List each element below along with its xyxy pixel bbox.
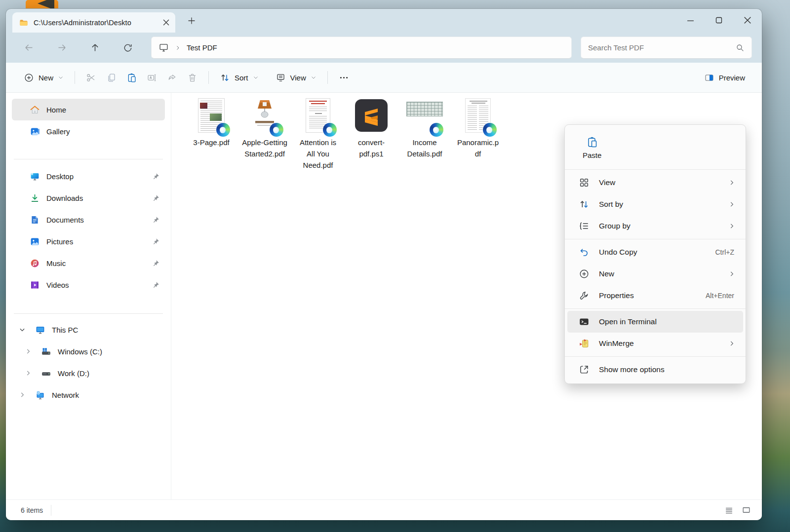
menu-item-label: Open in Terminal xyxy=(599,317,737,326)
rename-icon xyxy=(147,73,157,83)
sidebar-item-label: Gallery xyxy=(46,127,70,136)
sublime-text-icon xyxy=(355,99,388,132)
maximize-button[interactable] xyxy=(705,9,733,32)
more-options-button[interactable] xyxy=(334,68,354,87)
videos-icon xyxy=(30,280,40,290)
sidebar-item-downloads[interactable]: Downloads xyxy=(12,187,165,209)
file-name: Apple-Getting Started2.pdf xyxy=(242,137,287,159)
pictures-icon xyxy=(30,236,40,247)
view-button[interactable]: View xyxy=(271,68,321,87)
sidebar-item-gallery[interactable]: Gallery xyxy=(12,120,165,142)
file-item[interactable]: Attention is All You Need.pdf xyxy=(291,98,345,171)
minimize-button[interactable] xyxy=(676,9,705,32)
refresh-button[interactable] xyxy=(118,38,138,58)
forward-button[interactable] xyxy=(52,38,72,58)
sidebar-item-work-d[interactable]: Work (D:) xyxy=(12,362,165,384)
home-icon xyxy=(30,105,40,115)
paste-menu-button[interactable]: Paste xyxy=(578,133,606,162)
sidebar-item-pictures[interactable]: Pictures xyxy=(12,230,165,252)
view-grid-icon xyxy=(579,177,590,188)
breadcrumb-location: Test PDF xyxy=(187,43,217,52)
sidebar-item-music[interactable]: Music xyxy=(12,252,165,274)
file-item[interactable]: convert-pdf.ps1 xyxy=(345,98,398,171)
menu-item-open-in-terminal[interactable]: Open in Terminal xyxy=(567,311,743,333)
gallery-icon xyxy=(30,126,40,137)
pdf-thumbnail xyxy=(459,98,497,135)
menu-item-properties[interactable]: Properties Alt+Enter xyxy=(567,285,743,306)
file-name: Attention is All You Need.pdf xyxy=(295,137,341,171)
file-item[interactable]: Apple-Getting Started2.pdf xyxy=(238,98,291,171)
chevron-right-icon[interactable] xyxy=(25,348,32,355)
edge-pdf-badge-icon xyxy=(216,123,230,137)
sidebar-item-windows-c[interactable]: Windows (C:) xyxy=(12,341,165,362)
back-button[interactable] xyxy=(19,38,39,58)
sidebar-item-videos[interactable]: Videos xyxy=(12,274,165,296)
windows-drive-icon xyxy=(41,346,51,357)
search-input[interactable] xyxy=(588,43,736,52)
view-button-label: View xyxy=(290,74,306,82)
downloads-icon xyxy=(30,193,40,203)
navigation-pane: Home Gallery Desktop Downloads Documents xyxy=(6,93,171,499)
menu-separator xyxy=(565,239,746,239)
menu-item-label: Undo Copy xyxy=(599,248,715,257)
share-button[interactable] xyxy=(162,68,182,87)
search-icon[interactable] xyxy=(736,43,745,52)
chevron-down-icon[interactable] xyxy=(19,326,26,333)
sidebar-item-label: Windows (C:) xyxy=(58,347,102,356)
menu-item-sort-by[interactable]: Sort by xyxy=(567,193,743,215)
up-button[interactable] xyxy=(85,38,105,58)
menu-item-view[interactable]: View xyxy=(567,172,743,193)
sidebar-item-label: Home xyxy=(46,106,66,114)
sidebar-item-label: Network xyxy=(52,391,79,399)
sort-button[interactable]: Sort xyxy=(215,68,264,87)
chevron-right-icon[interactable] xyxy=(25,370,32,377)
sidebar-item-home[interactable]: Home xyxy=(12,99,165,120)
powershell-script-thumbnail xyxy=(353,98,390,135)
rename-button[interactable] xyxy=(142,68,162,87)
file-name: convert-pdf.ps1 xyxy=(349,137,394,159)
desktop-peek-app-icon xyxy=(26,0,58,8)
file-item[interactable]: 3-Page.pdf xyxy=(185,98,238,171)
pdf-thumbnail xyxy=(406,98,443,135)
chevron-down-icon xyxy=(253,75,259,80)
menu-item-winmerge[interactable]: WinMerge xyxy=(567,333,743,354)
context-menu: Paste View Sort by Group by Undo Copy Ct… xyxy=(564,124,746,384)
toolbar-divider xyxy=(75,71,75,84)
ellipsis-icon xyxy=(339,73,349,83)
pdf-thumbnail xyxy=(246,98,283,135)
sidebar-item-this-pc[interactable]: This PC xyxy=(12,319,165,341)
menu-item-undo-copy[interactable]: Undo Copy Ctrl+Z xyxy=(567,241,743,263)
new-button[interactable]: New xyxy=(19,68,69,87)
file-item[interactable]: Panoramic.pdf xyxy=(451,98,505,171)
preview-toggle-button[interactable]: Preview xyxy=(699,68,750,87)
menu-item-show-more-options[interactable]: Show more options xyxy=(567,359,743,380)
menu-separator xyxy=(565,169,746,170)
large-icons-view-toggle-icon[interactable] xyxy=(742,505,751,515)
cut-button[interactable] xyxy=(81,68,101,87)
sidebar-item-desktop[interactable]: Desktop xyxy=(12,165,165,187)
sidebar-item-documents[interactable]: Documents xyxy=(12,209,165,230)
copy-button[interactable] xyxy=(101,68,121,87)
new-tab-button[interactable] xyxy=(183,12,200,29)
trash-icon xyxy=(187,73,198,83)
items-count: 6 items xyxy=(21,506,43,514)
music-icon xyxy=(30,258,40,268)
delete-button[interactable] xyxy=(182,68,202,87)
command-toolbar: New Sort View xyxy=(6,63,762,93)
sidebar-item-network[interactable]: Network xyxy=(12,384,165,406)
menu-item-label: Group by xyxy=(599,222,728,230)
cut-icon xyxy=(86,73,96,83)
drive-icon xyxy=(41,368,51,379)
tab-close-button[interactable] xyxy=(159,16,172,29)
search-box[interactable] xyxy=(581,37,752,59)
explorer-tab[interactable]: C:\Users\Administrator\Deskto xyxy=(12,12,175,33)
file-item[interactable]: Income Details.pdf xyxy=(398,98,451,171)
details-view-toggle-icon[interactable] xyxy=(724,505,734,515)
chevron-right-icon[interactable] xyxy=(19,391,26,398)
address-bar[interactable]: Test PDF xyxy=(151,37,572,59)
menu-item-group-by[interactable]: Group by xyxy=(567,215,743,237)
paste-button[interactable] xyxy=(121,68,142,87)
menu-item-new[interactable]: New xyxy=(567,263,743,285)
submenu-chevron-icon xyxy=(728,201,735,208)
close-window-button[interactable] xyxy=(733,9,762,32)
